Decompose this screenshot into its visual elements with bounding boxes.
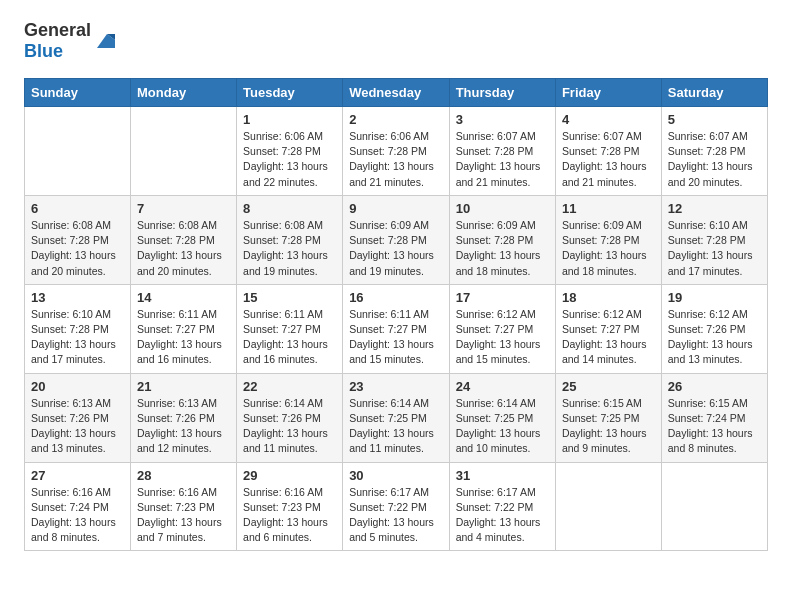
calendar-cell: 30Sunrise: 6:17 AM Sunset: 7:22 PM Dayli… xyxy=(343,462,450,551)
calendar-cell: 18Sunrise: 6:12 AM Sunset: 7:27 PM Dayli… xyxy=(555,284,661,373)
logo-wordmark: General Blue xyxy=(24,20,91,62)
calendar-cell: 14Sunrise: 6:11 AM Sunset: 7:27 PM Dayli… xyxy=(131,284,237,373)
calendar-week-3: 13Sunrise: 6:10 AM Sunset: 7:28 PM Dayli… xyxy=(25,284,768,373)
day-info: Sunrise: 6:07 AM Sunset: 7:28 PM Dayligh… xyxy=(456,129,549,190)
day-info: Sunrise: 6:15 AM Sunset: 7:25 PM Dayligh… xyxy=(562,396,655,457)
day-info: Sunrise: 6:13 AM Sunset: 7:26 PM Dayligh… xyxy=(137,396,230,457)
day-info: Sunrise: 6:11 AM Sunset: 7:27 PM Dayligh… xyxy=(137,307,230,368)
logo: General Blue xyxy=(24,20,115,62)
day-number: 1 xyxy=(243,112,336,127)
calendar-cell: 20Sunrise: 6:13 AM Sunset: 7:26 PM Dayli… xyxy=(25,373,131,462)
calendar-week-4: 20Sunrise: 6:13 AM Sunset: 7:26 PM Dayli… xyxy=(25,373,768,462)
day-number: 20 xyxy=(31,379,124,394)
day-number: 15 xyxy=(243,290,336,305)
calendar-cell: 7Sunrise: 6:08 AM Sunset: 7:28 PM Daylig… xyxy=(131,195,237,284)
day-info: Sunrise: 6:08 AM Sunset: 7:28 PM Dayligh… xyxy=(137,218,230,279)
day-number: 26 xyxy=(668,379,761,394)
calendar-cell: 19Sunrise: 6:12 AM Sunset: 7:26 PM Dayli… xyxy=(661,284,767,373)
day-number: 5 xyxy=(668,112,761,127)
col-header-tuesday: Tuesday xyxy=(237,79,343,107)
day-number: 2 xyxy=(349,112,443,127)
day-number: 24 xyxy=(456,379,549,394)
day-number: 6 xyxy=(31,201,124,216)
calendar-cell: 29Sunrise: 6:16 AM Sunset: 7:23 PM Dayli… xyxy=(237,462,343,551)
day-info: Sunrise: 6:16 AM Sunset: 7:23 PM Dayligh… xyxy=(137,485,230,546)
calendar-cell: 12Sunrise: 6:10 AM Sunset: 7:28 PM Dayli… xyxy=(661,195,767,284)
calendar-cell: 25Sunrise: 6:15 AM Sunset: 7:25 PM Dayli… xyxy=(555,373,661,462)
day-info: Sunrise: 6:09 AM Sunset: 7:28 PM Dayligh… xyxy=(562,218,655,279)
day-info: Sunrise: 6:08 AM Sunset: 7:28 PM Dayligh… xyxy=(31,218,124,279)
col-header-sunday: Sunday xyxy=(25,79,131,107)
calendar-header-row: SundayMondayTuesdayWednesdayThursdayFrid… xyxy=(25,79,768,107)
day-number: 22 xyxy=(243,379,336,394)
day-info: Sunrise: 6:09 AM Sunset: 7:28 PM Dayligh… xyxy=(456,218,549,279)
calendar-cell: 26Sunrise: 6:15 AM Sunset: 7:24 PM Dayli… xyxy=(661,373,767,462)
day-info: Sunrise: 6:14 AM Sunset: 7:25 PM Dayligh… xyxy=(349,396,443,457)
col-header-saturday: Saturday xyxy=(661,79,767,107)
calendar-cell xyxy=(555,462,661,551)
calendar-cell: 21Sunrise: 6:13 AM Sunset: 7:26 PM Dayli… xyxy=(131,373,237,462)
day-number: 29 xyxy=(243,468,336,483)
calendar-cell xyxy=(131,107,237,196)
calendar-week-5: 27Sunrise: 6:16 AM Sunset: 7:24 PM Dayli… xyxy=(25,462,768,551)
calendar-cell: 15Sunrise: 6:11 AM Sunset: 7:27 PM Dayli… xyxy=(237,284,343,373)
calendar-cell: 2Sunrise: 6:06 AM Sunset: 7:28 PM Daylig… xyxy=(343,107,450,196)
calendar-cell: 13Sunrise: 6:10 AM Sunset: 7:28 PM Dayli… xyxy=(25,284,131,373)
day-info: Sunrise: 6:08 AM Sunset: 7:28 PM Dayligh… xyxy=(243,218,336,279)
calendar-cell: 28Sunrise: 6:16 AM Sunset: 7:23 PM Dayli… xyxy=(131,462,237,551)
col-header-monday: Monday xyxy=(131,79,237,107)
day-number: 4 xyxy=(562,112,655,127)
day-number: 21 xyxy=(137,379,230,394)
calendar-cell: 6Sunrise: 6:08 AM Sunset: 7:28 PM Daylig… xyxy=(25,195,131,284)
day-info: Sunrise: 6:11 AM Sunset: 7:27 PM Dayligh… xyxy=(349,307,443,368)
logo-general: General xyxy=(24,20,91,40)
calendar-cell: 4Sunrise: 6:07 AM Sunset: 7:28 PM Daylig… xyxy=(555,107,661,196)
calendar-cell: 16Sunrise: 6:11 AM Sunset: 7:27 PM Dayli… xyxy=(343,284,450,373)
day-info: Sunrise: 6:17 AM Sunset: 7:22 PM Dayligh… xyxy=(456,485,549,546)
day-info: Sunrise: 6:07 AM Sunset: 7:28 PM Dayligh… xyxy=(668,129,761,190)
day-info: Sunrise: 6:17 AM Sunset: 7:22 PM Dayligh… xyxy=(349,485,443,546)
logo-icon xyxy=(93,30,115,52)
day-number: 30 xyxy=(349,468,443,483)
calendar-cell: 9Sunrise: 6:09 AM Sunset: 7:28 PM Daylig… xyxy=(343,195,450,284)
day-info: Sunrise: 6:06 AM Sunset: 7:28 PM Dayligh… xyxy=(349,129,443,190)
day-info: Sunrise: 6:14 AM Sunset: 7:25 PM Dayligh… xyxy=(456,396,549,457)
calendar-cell: 11Sunrise: 6:09 AM Sunset: 7:28 PM Dayli… xyxy=(555,195,661,284)
col-header-thursday: Thursday xyxy=(449,79,555,107)
day-info: Sunrise: 6:14 AM Sunset: 7:26 PM Dayligh… xyxy=(243,396,336,457)
day-info: Sunrise: 6:10 AM Sunset: 7:28 PM Dayligh… xyxy=(31,307,124,368)
day-number: 17 xyxy=(456,290,549,305)
calendar-cell: 5Sunrise: 6:07 AM Sunset: 7:28 PM Daylig… xyxy=(661,107,767,196)
day-number: 10 xyxy=(456,201,549,216)
day-info: Sunrise: 6:12 AM Sunset: 7:27 PM Dayligh… xyxy=(456,307,549,368)
calendar-cell: 17Sunrise: 6:12 AM Sunset: 7:27 PM Dayli… xyxy=(449,284,555,373)
day-info: Sunrise: 6:13 AM Sunset: 7:26 PM Dayligh… xyxy=(31,396,124,457)
calendar-cell: 3Sunrise: 6:07 AM Sunset: 7:28 PM Daylig… xyxy=(449,107,555,196)
calendar-cell: 10Sunrise: 6:09 AM Sunset: 7:28 PM Dayli… xyxy=(449,195,555,284)
day-number: 19 xyxy=(668,290,761,305)
day-info: Sunrise: 6:16 AM Sunset: 7:23 PM Dayligh… xyxy=(243,485,336,546)
day-info: Sunrise: 6:15 AM Sunset: 7:24 PM Dayligh… xyxy=(668,396,761,457)
day-info: Sunrise: 6:07 AM Sunset: 7:28 PM Dayligh… xyxy=(562,129,655,190)
day-info: Sunrise: 6:10 AM Sunset: 7:28 PM Dayligh… xyxy=(668,218,761,279)
calendar-cell xyxy=(25,107,131,196)
day-info: Sunrise: 6:06 AM Sunset: 7:28 PM Dayligh… xyxy=(243,129,336,190)
calendar-cell: 8Sunrise: 6:08 AM Sunset: 7:28 PM Daylig… xyxy=(237,195,343,284)
day-number: 25 xyxy=(562,379,655,394)
day-number: 23 xyxy=(349,379,443,394)
calendar-cell: 24Sunrise: 6:14 AM Sunset: 7:25 PM Dayli… xyxy=(449,373,555,462)
calendar-cell: 31Sunrise: 6:17 AM Sunset: 7:22 PM Dayli… xyxy=(449,462,555,551)
day-number: 7 xyxy=(137,201,230,216)
calendar-table: SundayMondayTuesdayWednesdayThursdayFrid… xyxy=(24,78,768,551)
calendar-week-1: 1Sunrise: 6:06 AM Sunset: 7:28 PM Daylig… xyxy=(25,107,768,196)
day-number: 9 xyxy=(349,201,443,216)
calendar-cell: 23Sunrise: 6:14 AM Sunset: 7:25 PM Dayli… xyxy=(343,373,450,462)
day-info: Sunrise: 6:11 AM Sunset: 7:27 PM Dayligh… xyxy=(243,307,336,368)
calendar-cell: 1Sunrise: 6:06 AM Sunset: 7:28 PM Daylig… xyxy=(237,107,343,196)
page-header: General Blue xyxy=(24,20,768,62)
day-number: 8 xyxy=(243,201,336,216)
day-number: 27 xyxy=(31,468,124,483)
day-number: 31 xyxy=(456,468,549,483)
col-header-wednesday: Wednesday xyxy=(343,79,450,107)
calendar-cell: 22Sunrise: 6:14 AM Sunset: 7:26 PM Dayli… xyxy=(237,373,343,462)
